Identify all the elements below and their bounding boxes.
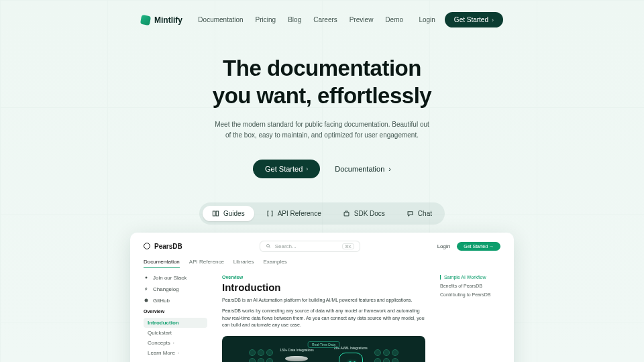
github-icon [144,298,149,303]
hero-heading: The documentation you want, effortlessly [0,54,644,110]
database-icon [285,355,308,363]
chevron-right-icon: › [492,17,494,23]
sidebar-item-concepts[interactable]: Concepts› [144,338,207,348]
nav-careers[interactable]: Careers [313,16,337,23]
intro-paragraph-1: PearsDB is an AI Automation platform for… [222,297,425,304]
nav-pricing[interactable]: Pricing [256,16,276,23]
preview-get-started-button[interactable]: Get Started → [457,242,500,251]
sidebar-github[interactable]: GitHub [144,298,207,304]
chat-icon [407,210,414,217]
toc-item[interactable]: Benefits of PearsDB [440,284,500,288]
hero-graphic: Real-Time Data 130+ Data Integrations 20… [222,336,425,363]
preview-tab-documentation[interactable]: Documentation [144,259,180,268]
logo-mark-icon [140,14,151,25]
toc-item[interactable]: Sample AI Workflow [440,275,500,280]
sidebar: Join our Slack Changelog GitHub Overview… [144,275,207,363]
table-of-contents: Sample AI Workflow Benefits of PearsDB C… [440,275,500,363]
search-icon [266,243,271,249]
sidebar-item-learn-more[interactable]: Learn More› [144,348,207,358]
tab-chat[interactable]: Chat [397,206,441,221]
svg-point-1 [266,245,269,247]
sidebar-heading-overview: Overview [144,309,207,314]
logo-text: Mintlify [154,15,182,25]
graphic-left-caption: 130+ Data Integrations [280,348,314,352]
nav-demo[interactable]: Demo [385,16,403,23]
preview-logo-icon [144,243,150,249]
preview-tab-libraries[interactable]: Libraries [233,259,254,268]
chevron-right-icon: › [306,166,308,172]
svg-rect-0 [344,212,349,216]
tab-api-reference[interactable]: API Reference [257,206,331,221]
ai-icon: Ai [339,353,363,363]
slack-icon [144,275,149,280]
preview-tab-api[interactable]: API Reference [189,259,224,268]
brackets-icon [266,210,274,217]
feature-tabs: Guides API Reference SDK Docs Chat [199,202,445,225]
sidebar-item-introduction[interactable]: Introduction [144,318,207,328]
svg-point-2 [146,277,148,279]
nav-documentation[interactable]: Documentation [198,16,243,23]
search-input[interactable]: Search... ⌘K [260,241,360,252]
hero-get-started-button[interactable]: Get Started › [253,160,320,178]
hero-subtext: Meet the modern standard for public faci… [215,119,429,141]
preview-login[interactable]: Login [437,243,451,249]
get-started-label: Get Started [454,16,488,23]
nav-links: Documentation Pricing Blog Careers Previ… [198,16,403,23]
svg-point-3 [145,299,148,302]
toc-item[interactable]: Contributing to PearsDB [440,292,500,297]
sidebar-changelog[interactable]: Changelog [144,286,207,292]
tab-sdk-docs[interactable]: SDK Docs [333,206,394,221]
preview-tab-examples[interactable]: Examples [264,259,287,268]
integration-dots-right [374,349,398,363]
intro-paragraph-2: PearsDB works by connecting any source o… [222,308,425,329]
nav-blog[interactable]: Blog [288,16,301,23]
nav-preview[interactable]: Preview [350,16,374,23]
docs-preview-panel: PearsDB Search... ⌘K Login Get Started →… [130,233,514,363]
integration-dots-left [249,349,273,363]
kbd-shortcut: ⌘K [342,243,354,249]
hero-documentation-link[interactable]: Documentation › [335,165,391,173]
book-icon [212,210,219,217]
sidebar-item-quickstart[interactable]: Quickstart [144,328,207,338]
package-icon [343,210,350,217]
tab-guides[interactable]: Guides [203,206,254,221]
graphic-realtime-badge: Real-Time Data [307,341,340,348]
preview-logo[interactable]: PearsDB [144,243,182,250]
bolt-icon [144,286,149,292]
get-started-button[interactable]: Get Started › [445,12,503,27]
logo[interactable]: Mintlify [141,15,182,25]
chevron-right-icon: › [178,351,179,355]
chevron-right-icon: › [388,165,391,173]
chevron-right-icon: › [173,341,174,345]
breadcrumb: Overview [222,275,425,280]
sidebar-slack[interactable]: Join our Slack [144,275,207,281]
page-title: Introduction [222,282,425,293]
login-link[interactable]: Login [419,16,435,23]
